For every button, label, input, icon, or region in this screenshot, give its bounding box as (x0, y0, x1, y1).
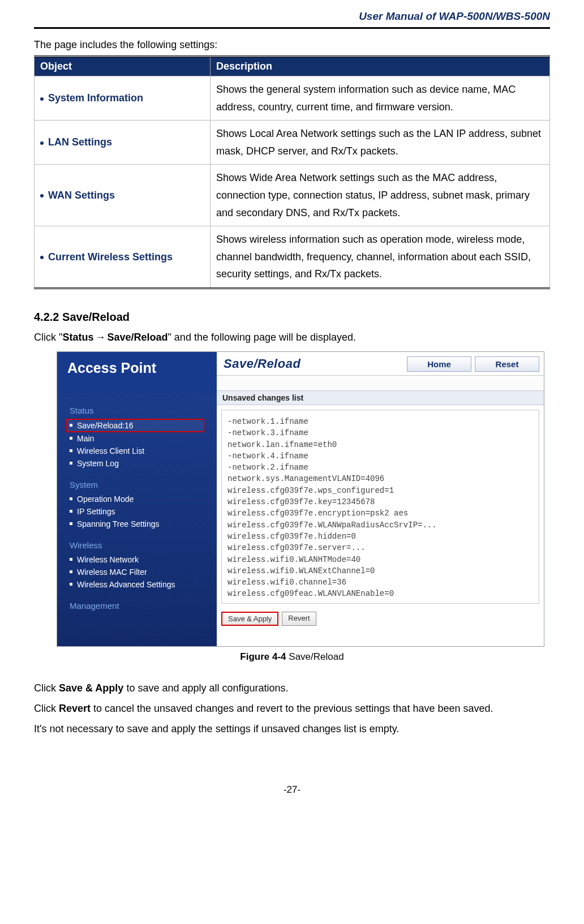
sidebar-item-label: Spanning Tree Settings (77, 519, 160, 528)
sidebar: Access Point Status Save/Reload:16 Main … (57, 352, 217, 646)
table-row: Current Wireless Settings Shows wireless… (35, 226, 550, 289)
revert-button[interactable]: Revert (282, 612, 316, 626)
txt: to save and apply all configurations. (123, 682, 288, 694)
header-rule (34, 27, 550, 29)
col-object: Object (35, 57, 211, 76)
sidebar-item-label: Main (77, 434, 94, 443)
bullet-icon (70, 522, 72, 525)
table-row: LAN Settings Shows Local Area Network se… (35, 121, 550, 165)
group-wireless: Wireless (70, 540, 204, 550)
sidebar-item-label: Wireless Advanced Settings (77, 580, 175, 589)
sidebar-item-operation-mode[interactable]: Operation Mode (70, 493, 204, 505)
obj-desc: Shows Local Area Network settings such a… (211, 121, 550, 165)
bullet-icon (70, 449, 72, 452)
group-management: Management (70, 601, 204, 611)
sidebar-item-label: Wireless Network (77, 555, 139, 564)
unsaved-changes-header: Unsaved changes list (217, 391, 544, 405)
bullet-icon (70, 437, 72, 440)
path-savereload: Save/Reload (107, 332, 168, 343)
paragraph: Click Revert to cancel the unsaved chang… (34, 699, 550, 718)
obj-desc: Shows the general system information suc… (211, 76, 550, 121)
caption-bold: Figure 4-4 (240, 651, 286, 662)
obj-label: System Information (48, 92, 143, 104)
section-heading: 4.2.2 Save/Reload (34, 311, 550, 324)
bullet-icon (70, 583, 72, 586)
obj-desc: Shows wireless information such as opera… (211, 226, 550, 289)
doc-header-title: User Manual of WAP-500N/WBS-500N (34, 10, 550, 23)
table-row: System Information Shows the general sys… (35, 76, 550, 121)
sidebar-item-wireless-client-list[interactable]: Wireless Client List (70, 445, 204, 457)
screenshot-figure: Access Point Status Save/Reload:16 Main … (57, 351, 544, 647)
bullet-icon (40, 141, 44, 145)
table-row: WAN Settings Shows Wide Area Network set… (35, 165, 550, 226)
sidebar-item-wireless-mac-filter[interactable]: Wireless MAC Filter (70, 566, 204, 578)
sidebar-item-main[interactable]: Main (70, 432, 204, 445)
sidebar-item-label: Operation Mode (77, 495, 134, 504)
settings-table: Object Description System Information Sh… (34, 55, 550, 289)
sidebar-item-label: IP Settings (77, 507, 115, 516)
page-title: Save/Reload (224, 356, 403, 371)
obj-label: WAN Settings (48, 190, 115, 201)
bullet-icon (40, 97, 44, 101)
txt-bold: Revert (59, 703, 91, 714)
sidebar-item-label: Wireless MAC Filter (77, 568, 147, 577)
home-button[interactable]: Home (407, 356, 471, 372)
sidebar-item-label: Save/Reload:16 (77, 421, 134, 430)
bullet-icon (40, 256, 44, 259)
sidebar-item-label: System Log (77, 459, 119, 468)
sidebar-item-save-reload[interactable]: Save/Reload:16 (66, 419, 204, 432)
main-panel: Save/Reload Home Reset Unsaved changes l… (217, 352, 544, 646)
txt: " and the following page will be display… (168, 332, 356, 343)
page-number: -27- (34, 784, 550, 796)
reset-button[interactable]: Reset (475, 356, 539, 372)
paragraph: It's not necessary to save and apply the… (34, 719, 550, 738)
group-status: Status (70, 406, 204, 415)
caption-rest: Save/Reload (286, 651, 344, 662)
col-description: Description (211, 57, 550, 76)
bullet-icon (70, 462, 72, 465)
arrow-icon (93, 332, 107, 343)
bullet-icon (70, 424, 72, 427)
sidebar-item-wireless-advanced[interactable]: Wireless Advanced Settings (70, 578, 204, 591)
bullet-icon (70, 510, 72, 513)
figure-caption: Figure 4-4 Save/Reload (34, 651, 550, 663)
nav-instruction: Click "StatusSave/Reload" and the follow… (34, 332, 550, 343)
path-status: Status (62, 332, 93, 343)
unsaved-changes-list: -network.1.ifname -network.3.ifname netw… (221, 410, 539, 604)
bullet-icon (40, 194, 44, 197)
txt-bold: Save & Apply (59, 682, 123, 694)
bullet-icon (70, 497, 72, 500)
sidebar-item-label: Wireless Client List (77, 446, 144, 455)
obj-label: LAN Settings (48, 136, 112, 148)
txt: to cancel the unsaved changes and revert… (91, 703, 493, 714)
txt: Click " (34, 332, 62, 343)
obj-desc: Shows Wide Area Network settings such as… (211, 165, 550, 226)
txt: Click (34, 703, 59, 714)
sidebar-item-ip-settings[interactable]: IP Settings (70, 505, 204, 518)
blank-strip (217, 376, 544, 391)
sidebar-brand: Access Point (57, 352, 217, 393)
sidebar-item-spanning-tree[interactable]: Spanning Tree Settings (70, 518, 204, 530)
bullet-icon (70, 570, 72, 573)
intro-text: The page includes the following settings… (34, 39, 550, 51)
sidebar-item-wireless-network[interactable]: Wireless Network (70, 553, 204, 566)
save-apply-button[interactable]: Save & Apply (221, 612, 278, 626)
paragraph: Click Save & Apply to save and apply all… (34, 678, 550, 698)
bullet-icon (70, 558, 72, 561)
sidebar-item-system-log[interactable]: System Log (70, 457, 204, 470)
obj-label: Current Wireless Settings (48, 251, 173, 263)
group-system: System (70, 480, 204, 489)
txt: Click (34, 682, 59, 694)
